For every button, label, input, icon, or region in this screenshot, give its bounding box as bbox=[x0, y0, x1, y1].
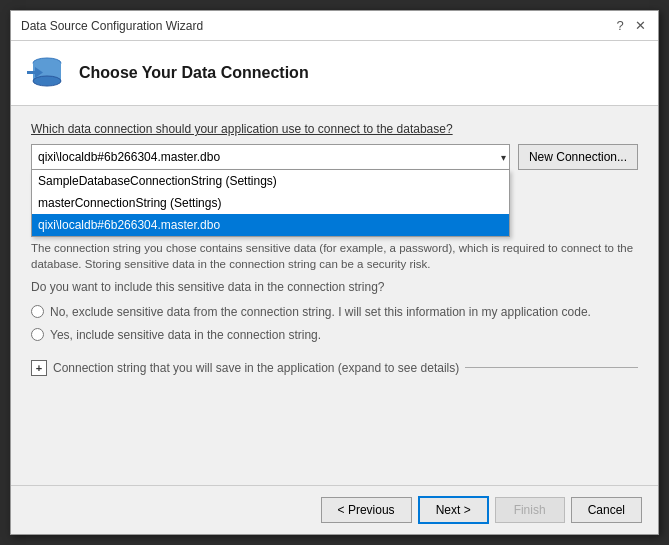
dialog-window: Data Source Configuration Wizard ? ✕ Cho… bbox=[10, 10, 659, 535]
window-title: Data Source Configuration Wizard bbox=[21, 19, 203, 33]
finish-button[interactable]: Finish bbox=[495, 497, 565, 523]
expand-button[interactable]: + bbox=[31, 360, 47, 376]
radio-no-item: No, exclude sensitive data from the conn… bbox=[31, 304, 638, 321]
help-button[interactable]: ? bbox=[612, 18, 628, 34]
question-label: Which data connection should your applic… bbox=[31, 122, 638, 136]
sensitive-warning-text: The connection string you chose contains… bbox=[31, 240, 638, 272]
content-area: Which data connection should your applic… bbox=[11, 106, 658, 485]
dropdown-option-3[interactable]: qixi\localdb#6b266304.master.dbo bbox=[32, 214, 509, 236]
dropdown-option-1[interactable]: SampleDatabaseConnectionString (Settings… bbox=[32, 170, 509, 192]
dropdown-field[interactable]: ▾ SampleDatabaseConnectionString (Settin… bbox=[31, 144, 510, 170]
radio-yes-input[interactable] bbox=[31, 328, 44, 341]
dropdown-popup: SampleDatabaseConnectionString (Settings… bbox=[31, 170, 510, 237]
connection-string-label: Connection string that you will save in … bbox=[53, 361, 459, 375]
dropdown-container: ▾ SampleDatabaseConnectionString (Settin… bbox=[31, 144, 638, 170]
connection-string-section: + Connection string that you will save i… bbox=[31, 360, 638, 376]
radio-group: No, exclude sensitive data from the conn… bbox=[31, 304, 638, 344]
radio-yes-label: Yes, include sensitive data in the conne… bbox=[50, 327, 321, 344]
connection-dropdown[interactable] bbox=[31, 144, 510, 170]
title-bar: Data Source Configuration Wizard ? ✕ bbox=[11, 11, 658, 41]
close-button[interactable]: ✕ bbox=[632, 18, 648, 34]
header-area: Choose Your Data Connection bbox=[11, 41, 658, 106]
next-button[interactable]: Next > bbox=[418, 496, 489, 524]
dropdown-option-2[interactable]: masterConnectionString (Settings) bbox=[32, 192, 509, 214]
title-bar-controls: ? ✕ bbox=[612, 18, 648, 34]
cancel-button[interactable]: Cancel bbox=[571, 497, 642, 523]
sensitive-question-text: Do you want to include this sensitive da… bbox=[31, 280, 638, 294]
dropdown-wrapper: ▾ SampleDatabaseConnectionString (Settin… bbox=[31, 144, 510, 170]
new-connection-button[interactable]: New Connection... bbox=[518, 144, 638, 170]
database-icon bbox=[27, 53, 67, 93]
footer: < Previous Next > Finish Cancel bbox=[11, 485, 658, 534]
title-bar-left: Data Source Configuration Wizard bbox=[21, 19, 203, 33]
previous-button[interactable]: < Previous bbox=[321, 497, 412, 523]
radio-yes-item: Yes, include sensitive data in the conne… bbox=[31, 327, 638, 344]
radio-no-input[interactable] bbox=[31, 305, 44, 318]
svg-point-2 bbox=[33, 76, 61, 86]
divider-line bbox=[465, 367, 638, 368]
radio-no-label: No, exclude sensitive data from the conn… bbox=[50, 304, 591, 321]
page-title: Choose Your Data Connection bbox=[79, 64, 309, 82]
